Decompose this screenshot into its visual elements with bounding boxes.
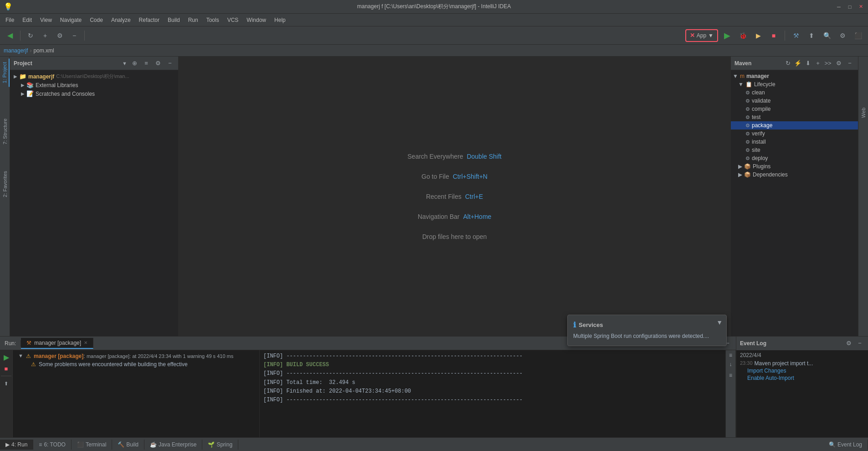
tree-item-external-libraries[interactable]: ▶ 📚 External Libraries xyxy=(10,81,178,89)
project-panel: Project ▼ ⊕ ≡ ⚙ − ▶ 📁 managerjf C:\Users… xyxy=(10,57,179,336)
hint-search-label: Search Everywhere xyxy=(407,153,463,160)
project-panel-hide-btn[interactable]: − xyxy=(165,59,175,68)
maven-more-btn[interactable]: >> xyxy=(823,59,832,68)
menu-run[interactable]: Run xyxy=(185,16,202,25)
maven-clean[interactable]: ⚙ clean xyxy=(731,88,858,97)
maven-toolbar: ↻ ⚡ ⬇ + >> xyxy=(783,59,832,68)
project-panel-dropdown[interactable]: ▼ xyxy=(122,61,127,66)
breadcrumb-project[interactable]: managerjf xyxy=(4,47,28,54)
menu-build[interactable]: Build xyxy=(164,16,184,25)
add-button[interactable]: + xyxy=(39,29,51,42)
maven-deploy[interactable]: ⚙ deploy xyxy=(731,154,858,162)
maven-panel: Maven ↻ ⚡ ⬇ + >> ⚙ − ▼ m manager ▼ 📋 Lif xyxy=(730,57,858,336)
maven-lifecycle-arrow: ▼ xyxy=(738,81,744,88)
maven-dependencies[interactable]: ▶ 📦 Dependencies xyxy=(731,171,858,179)
menu-tools[interactable]: Tools xyxy=(203,16,223,25)
run-scroll-top-btn[interactable]: ⬆ xyxy=(1,378,11,389)
menu-edit[interactable]: Edit xyxy=(19,16,36,25)
run-with-coverage-button[interactable]: ▶ xyxy=(752,29,765,42)
debug-button[interactable]: 🐞 xyxy=(736,29,749,42)
run-config-stop-icon: ✕ xyxy=(690,32,695,39)
maven-download-btn[interactable]: ⬇ xyxy=(803,59,812,68)
event-autoimport-link[interactable]: Enable Auto-Import xyxy=(747,375,794,381)
left-sidebar-tabs: 1: Project 7: Structure 2: Favorites xyxy=(0,57,10,336)
build-button[interactable]: ⚒ xyxy=(790,29,802,42)
restore-button[interactable]: □ xyxy=(846,3,853,10)
breadcrumb-file[interactable]: pom.xml xyxy=(33,47,54,54)
event-item-import[interactable]: Import Changes xyxy=(740,368,864,374)
minimize-button[interactable]: ─ xyxy=(835,3,842,10)
run-tab-package[interactable]: ⚒ manager [package] ✕ xyxy=(21,338,93,349)
tree-item-root[interactable]: ▶ 📁 managerjf C:\Users\an\Desktop\积分\man… xyxy=(10,72,178,81)
maven-plugins[interactable]: ▶ 📦 Plugins xyxy=(731,162,858,171)
tree-item-scratches[interactable]: ▶ 📝 Scratches and Consoles xyxy=(10,89,178,98)
status-tab-java-enterprise[interactable]: ☕ Java Enterprise xyxy=(144,440,202,450)
menu-window[interactable]: Window xyxy=(243,16,270,25)
maven-tree: ▼ m manager ▼ 📋 Lifecycle ⚙ clean ⚙ vali… xyxy=(731,70,858,336)
project-panel-layout-btn[interactable]: ≡ xyxy=(142,59,151,68)
maven-test[interactable]: ⚙ test xyxy=(731,113,858,121)
close-button[interactable]: ✕ xyxy=(857,3,864,10)
sidebar-tab-web[interactable]: Web xyxy=(859,104,868,121)
status-tab-todo[interactable]: ≡ 6: TODO xyxy=(33,440,72,450)
console-filter-btn[interactable]: ≡ xyxy=(727,371,735,379)
maven-package-label: package xyxy=(752,122,772,129)
menu-help[interactable]: Help xyxy=(271,16,289,25)
maven-refresh-btn[interactable]: ↻ xyxy=(783,59,792,68)
maven-install[interactable]: ⚙ install xyxy=(731,138,858,146)
event-import-link[interactable]: Import Changes xyxy=(747,368,786,374)
menu-analyze[interactable]: Analyze xyxy=(108,16,134,25)
maven-package[interactable]: ⚙ package xyxy=(731,121,858,130)
maven-verify[interactable]: ⚙ verify xyxy=(731,130,858,138)
refresh-button[interactable]: ↻ xyxy=(24,29,37,42)
maven-add-btn[interactable]: + xyxy=(813,59,822,68)
maven-deps-label: Dependencies xyxy=(753,171,788,178)
maven-site[interactable]: ⚙ site xyxy=(731,146,858,154)
menu-view[interactable]: View xyxy=(36,16,56,25)
run-tab-close[interactable]: ✕ xyxy=(84,340,87,345)
maven-root[interactable]: ▼ m manager xyxy=(731,72,858,80)
sidebar-tab-structure[interactable]: 7: Structure xyxy=(1,115,9,148)
run-restart-btn[interactable]: ▶ xyxy=(1,352,11,362)
status-tab-event-log[interactable]: 🔍 Event Log xyxy=(823,440,868,450)
menu-vcs[interactable]: VCS xyxy=(224,16,242,25)
hint-goto-shortcut: Ctrl+Shift+N xyxy=(453,173,488,180)
sidebar-tab-favorites[interactable]: 2: Favorites xyxy=(1,167,9,201)
more-tools-btn[interactable]: ⬛ xyxy=(852,29,864,42)
minus-button[interactable]: − xyxy=(68,29,81,42)
menu-code[interactable]: Code xyxy=(86,16,107,25)
run-stop-btn[interactable]: ■ xyxy=(1,363,11,373)
menu-refactor[interactable]: Refactor xyxy=(135,16,163,25)
status-tab-terminal[interactable]: ⬛ Terminal xyxy=(72,440,112,450)
console-scroll-up[interactable]: ≡ xyxy=(727,351,735,359)
menu-file[interactable]: File xyxy=(2,16,18,25)
event-log-hide-btn[interactable]: − xyxy=(855,339,864,348)
maven-generate-btn[interactable]: ⚡ xyxy=(793,59,802,68)
maven-hide-btn[interactable]: − xyxy=(845,59,854,68)
settings-btn2[interactable]: ⚙ xyxy=(836,29,849,42)
settings-button[interactable]: ⚙ xyxy=(53,29,66,42)
back-button[interactable]: ◀ xyxy=(4,29,16,42)
maven-plugins-icon: 📦 xyxy=(744,163,751,170)
services-popup-close-btn[interactable]: ▼ xyxy=(716,319,723,326)
console-wrap-btn[interactable]: ↓ xyxy=(727,360,735,368)
maven-settings-btn[interactable]: ⚙ xyxy=(834,59,843,68)
search-everywhere-button[interactable]: 🔍 xyxy=(821,29,833,42)
sidebar-tab-project[interactable]: 1: Project xyxy=(0,58,10,87)
maven-lifecycle[interactable]: ▼ 📋 Lifecycle xyxy=(731,80,858,88)
run-item-expand[interactable]: ▼ xyxy=(18,353,23,358)
run-button[interactable]: ▶ xyxy=(721,29,734,42)
maven-compile[interactable]: ⚙ compile xyxy=(731,105,858,113)
maven-validate[interactable]: ⚙ validate xyxy=(731,97,858,105)
status-tab-spring[interactable]: 🌱 Spring xyxy=(202,440,238,450)
stop-button[interactable]: ■ xyxy=(767,29,780,42)
status-tab-run[interactable]: ▶ 4: Run xyxy=(0,440,33,450)
update-button[interactable]: ⬆ xyxy=(805,29,818,42)
run-config-button[interactable]: ✕ App ▼ xyxy=(685,29,718,42)
menu-navigate[interactable]: Navigate xyxy=(56,16,85,25)
project-panel-locate-btn[interactable]: ⊕ xyxy=(130,59,139,68)
event-item-autoimport[interactable]: Enable Auto-Import xyxy=(740,375,864,381)
project-panel-settings-btn[interactable]: ⚙ xyxy=(154,59,163,68)
status-tab-build[interactable]: 🔨 Build xyxy=(112,440,144,450)
event-log-settings-btn[interactable]: ⚙ xyxy=(844,339,853,348)
